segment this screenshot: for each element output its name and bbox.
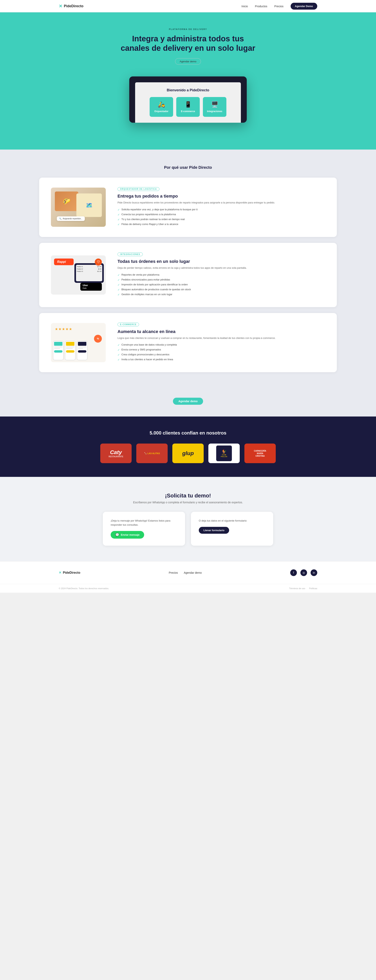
facebook-icon[interactable]: f	[290, 570, 297, 576]
ecommerce-description: Logra que más clientes te conozcan y vue…	[117, 336, 325, 340]
uber-eats-logo: UberEats	[80, 283, 102, 291]
ecommerce-content: E-COMMERCE Aumenta tu alcance en línea L…	[117, 323, 325, 363]
nav-precios[interactable]: Precios	[274, 5, 284, 8]
clubpollos-text: CLUBPOLLOS	[221, 454, 227, 458]
int-item-3: ✓ Impresión de tickets por aplicación pa…	[117, 283, 325, 286]
why-section: Por qué usar Pide Directo 🌮 🗺️ 🔍 Asignan…	[0, 150, 376, 394]
check-icon-e3: ✓	[117, 353, 120, 356]
integrations-image: Rappi Pedido #1$12.00 Pedido #2$8.50 Ped…	[51, 255, 106, 294]
tablet-title: Bienvenido a PideDirecto	[140, 88, 236, 92]
food-visual: 🌮	[55, 191, 78, 211]
integrations-content: INTEGRACIONES Todas tus órdenes en un so…	[117, 252, 325, 298]
demo-card-form: O deja tus datos en el siguiente formula…	[191, 512, 273, 546]
carniceria-text: CARNICERÍAMARÍACRISTINA	[254, 450, 267, 457]
tablet-card-orquestador: 🛵 Orquestador	[150, 97, 173, 117]
footer-brand: PideDirecto	[63, 571, 80, 574]
terms-link[interactable]: Términos de uso	[289, 587, 305, 590]
footer-links: Precios Agendar demo	[169, 571, 202, 574]
check-icon-i1: ✓	[117, 274, 120, 277]
check-icon-4: ✓	[117, 223, 120, 226]
footer-socials: f ◎ in	[290, 570, 317, 576]
caty-text: Caty	[110, 449, 122, 455]
client-logo-clubpollos: 🐓 CLUBPOLLOS	[208, 444, 240, 463]
rider-badge: 🔍 Asignando repartidor...	[57, 216, 85, 221]
logistics-item-1: ✓ Solicita repartidor una vez, y deja qu…	[117, 208, 325, 211]
nav-cta-button[interactable]: Agendar Demo	[290, 3, 317, 10]
clubpollos-inner: 🐓 CLUBPOLLOS	[216, 445, 232, 461]
logo-icon: ✕	[59, 4, 62, 9]
whatsapp-button[interactable]: 💬 Enviar mensaje	[111, 531, 144, 539]
phone-content-1	[54, 342, 62, 353]
client-logo-caty: Caty RESTAURANTE	[100, 444, 132, 463]
eco-item-2: ✓ Envía correos y SMS programados	[117, 348, 325, 352]
phone-content-3	[78, 342, 86, 353]
nav-inicio[interactable]: Inicio	[241, 5, 248, 8]
whatsapp-description: ¡Deja tu mensaje por WhatsApp! Estamos l…	[111, 519, 177, 527]
navbar: ✕ PideDirecto Inicio Productos Precios A…	[0, 0, 376, 12]
footer-link-demo[interactable]: Agendar demo	[184, 571, 202, 574]
linkedin-icon[interactable]: in	[311, 570, 317, 576]
logistics-list: ✓ Solicita repartidor una vez, y deja qu…	[117, 208, 325, 226]
nav-productos[interactable]: Productos	[255, 5, 267, 8]
orquestador-icon: 🛵	[153, 101, 170, 108]
feature-card-logistics: 🌮 🗺️ 🔍 Asignando repartidor... ORQUESTAD…	[39, 178, 337, 237]
ecommerce-image: ★★★★★	[51, 323, 106, 362]
rider-text: Asignando repartidor...	[63, 218, 82, 220]
check-icon-i4: ✓	[117, 288, 120, 291]
demo-section: ¡Solicita tu demo! Escríbenos por WhatsA…	[0, 477, 376, 562]
integraciones-label: Integraciones	[207, 110, 222, 113]
stars-display: ★★★★★	[55, 327, 73, 331]
why-cta-button[interactable]: Agendar demo	[173, 398, 203, 405]
integraciones-icon: 🖥️	[206, 101, 223, 108]
tablet-card-integraciones: 🖥️ Integraciones	[203, 97, 226, 117]
tablet-screen: Bienvenido a PideDirecto 🛵 Orquestador 📱…	[135, 82, 241, 123]
discount-badge: %	[94, 335, 102, 343]
client-logo-lasalitas: 🍗 LAS ALITAS	[136, 444, 168, 463]
int-item-5: ✓ Gestión de múltiples marcas en un solo…	[117, 293, 325, 296]
footer-logo: ✕ PideDirecto	[59, 571, 80, 574]
phone-screen-1	[53, 340, 63, 360]
logistics-title: Entrega tus pedidos a tiempo	[117, 194, 325, 199]
demo-card-whatsapp: ¡Deja tu mensaje por WhatsApp! Estamos l…	[103, 512, 185, 546]
form-button[interactable]: Llenar formulario	[199, 527, 229, 534]
policies-link[interactable]: Políticas	[309, 587, 317, 590]
check-icon-i3: ✓	[117, 283, 120, 286]
clubpollos-icon: 🐓	[222, 449, 227, 454]
ecommerce-title: Aumenta tu alcance en línea	[117, 329, 325, 334]
footer-link-precios[interactable]: Precios	[169, 571, 178, 574]
navbar-logo: ✕ PideDirecto	[59, 4, 83, 9]
logistics-item-4: ✓ Flotas de delivery como Rappi y Uber a…	[117, 223, 325, 226]
phone-screen-2	[65, 340, 76, 360]
logistics-image: 🌮 🗺️ 🔍 Asignando repartidor...	[51, 188, 106, 227]
tablet-screen-int: Pedido #1$12.00 Pedido #2$8.50 Pedido #3…	[76, 265, 102, 281]
hero-tag: PLATAFORMA DE DELIVERY	[59, 28, 317, 30]
ecommerce-icon: 📱	[179, 101, 197, 108]
instagram-icon[interactable]: ◎	[300, 570, 307, 576]
logistics-item-2: ✓ Conecta tus propios repartidores a la …	[117, 213, 325, 216]
caty-sub: RESTAURANTE	[109, 455, 124, 458]
form-description: O deja tus datos en el siguiente formula…	[199, 519, 265, 523]
logistics-content: ORQUESTADOR DE LOGÍSTICA Entrega tus ped…	[117, 187, 325, 228]
check-icon-e4: ✓	[117, 358, 120, 361]
why-title: Por qué usar Pide Directo	[39, 165, 337, 170]
ecommerce-list: ✓ Construye una base de datos robusta y …	[117, 343, 325, 361]
ecommerce-badge: E-COMMERCE	[117, 323, 139, 326]
glup-text: glup	[182, 450, 194, 457]
phone-screen-3	[77, 340, 87, 360]
clients-title: 5.000 clientes confían en nosotros	[39, 430, 337, 436]
hero-cta-wrapper: Agendar demo	[59, 58, 317, 65]
ecommerce-label: E-commerce	[181, 110, 195, 113]
check-icon-i2: ✓	[117, 278, 120, 282]
client-logo-carniceria: CARNICERÍAMARÍACRISTINA	[244, 444, 276, 463]
copyright-text: © 2024 PideDirecto. Todos los derechos r…	[59, 587, 109, 590]
rider-icon: 🔍	[59, 218, 62, 220]
footer-top: ✕ PideDirecto Precios Agendar demo f ◎ i…	[0, 562, 376, 584]
footer-bottom: © 2024 PideDirecto. Todos los derechos r…	[0, 584, 376, 593]
clients-section: 5.000 clientes confían en nosotros Caty …	[0, 417, 376, 477]
check-icon-i5: ✓	[117, 293, 120, 296]
integrations-list: ✓ Reportes de venta por plataforma ✓ Ped…	[117, 273, 325, 296]
eco-item-3: ✓ Crea códigos promocionales y descuento…	[117, 353, 325, 356]
hero-title: Integra y administra todos tus canales d…	[119, 34, 257, 53]
tablet-card-ecommerce: 📱 E-commerce	[176, 97, 200, 117]
hero-cta-button[interactable]: Agendar demo	[175, 58, 201, 65]
